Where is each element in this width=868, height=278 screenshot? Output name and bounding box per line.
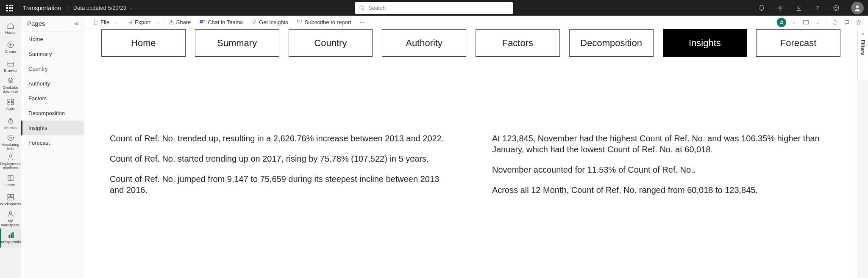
divider: [826, 19, 826, 26]
report-nav-factors[interactable]: Factors: [476, 29, 560, 57]
svg-rect-17: [8, 198, 14, 200]
report-nav-authority[interactable]: Authority: [382, 29, 466, 57]
file-menu[interactable]: File⌄: [89, 16, 122, 29]
insights-text-left: Count of Ref. No. trended up, resulting …: [110, 133, 450, 205]
nav-my-workspace[interactable]: My workspace: [0, 209, 21, 228]
page-item-home[interactable]: Home: [21, 32, 84, 47]
pages-panel: Pages ≪ HomeSummaryCountryAuthorityFacto…: [21, 16, 84, 278]
insights-text-right: At 123,845, November had the highest Cou…: [492, 133, 832, 205]
nav-label: Monitoring hub: [0, 143, 21, 151]
page-item-factors[interactable]: Factors: [21, 91, 84, 106]
share-button[interactable]: Share: [164, 16, 195, 29]
svg-rect-25: [298, 20, 302, 23]
nav-current-report[interactable]: Transportation: [0, 228, 21, 248]
svg-point-18: [9, 212, 12, 214]
nav-apps[interactable]: Apps: [0, 95, 21, 114]
get-insights-button[interactable]: Get insights: [247, 16, 292, 29]
nav-label: My workspace: [0, 219, 21, 228]
search-icon: [359, 5, 365, 11]
file-label: File: [100, 19, 109, 25]
svg-rect-20: [11, 234, 11, 238]
ellipsis-icon: ···: [360, 19, 364, 25]
report-nav-insights[interactable]: Insights: [663, 29, 747, 57]
favorite-icon[interactable]: [854, 17, 864, 28]
refresh-icon[interactable]: [830, 17, 840, 28]
report-nav-home[interactable]: Home: [101, 29, 186, 57]
subscribe-button[interactable]: Subscribe to report: [292, 16, 356, 29]
page-item-decomposition[interactable]: Decomposition: [21, 106, 84, 121]
feedback-icon[interactable]: [832, 4, 840, 12]
nav-label: Learn: [6, 183, 15, 187]
page-item-insights[interactable]: Insights: [21, 121, 84, 135]
report-name[interactable]: Transportation: [23, 5, 61, 11]
nav-label: Browse: [4, 69, 17, 73]
nav-create[interactable]: Create: [0, 38, 21, 57]
nav-label: Home: [5, 31, 15, 35]
account-avatar[interactable]: [851, 2, 864, 14]
help-icon[interactable]: [814, 4, 821, 12]
more-options[interactable]: ···: [356, 16, 369, 29]
search-box[interactable]: [355, 2, 513, 14]
nav-learn[interactable]: Learn: [0, 171, 21, 190]
export-menu[interactable]: Export⌄: [122, 16, 164, 29]
nav-label: Transportation: [0, 240, 23, 245]
svg-point-1: [834, 6, 839, 11]
bookmark-chevron-icon[interactable]: ⌄: [789, 17, 799, 28]
page-item-authority[interactable]: Authority: [21, 76, 84, 91]
view-chevron-icon[interactable]: ⌄: [812, 17, 823, 28]
share-label: Share: [176, 19, 191, 25]
settings-icon[interactable]: [776, 4, 784, 12]
nav-monitoring[interactable]: Monitoring hub: [0, 133, 21, 152]
divider: [67, 5, 67, 11]
export-label: Export: [135, 19, 151, 25]
view-mode-icon[interactable]: [801, 17, 811, 28]
nav-label: Apps: [6, 107, 15, 111]
app-launcher-icon[interactable]: [4, 3, 15, 14]
nav-deployment[interactable]: Deployment pipelines: [0, 152, 21, 171]
waffle-icon: [6, 5, 13, 11]
chevron-down-icon[interactable]: ⌄: [130, 6, 133, 10]
teams-icon: T: [199, 19, 206, 26]
nav-workspaces[interactable]: Workspaces: [0, 190, 21, 209]
comment-icon[interactable]: [842, 17, 852, 28]
page-item-country[interactable]: Country: [21, 61, 84, 76]
report-nav-summary[interactable]: Summary: [195, 29, 279, 57]
insight-paragraph: November accounted for 11.53% of Count o…: [492, 164, 832, 175]
page-item-summary[interactable]: Summary: [21, 47, 84, 61]
download-icon[interactable]: [795, 4, 803, 12]
nav-metrics[interactable]: Metrics: [0, 114, 21, 133]
nav-onelake[interactable]: OneLake data hub: [0, 76, 21, 95]
svg-rect-8: [11, 99, 13, 101]
filters-pane-toggle[interactable]: « Filters: [857, 29, 868, 80]
svg-rect-26: [803, 20, 808, 24]
reset-button[interactable]: [777, 18, 786, 27]
svg-text:T: T: [200, 20, 202, 23]
report-nav-decomposition[interactable]: Decomposition: [569, 29, 654, 57]
svg-rect-16: [11, 194, 13, 197]
insight-paragraph: Count of Ref. No. started trending up on…: [110, 153, 450, 164]
report-nav-country[interactable]: Country: [289, 29, 373, 57]
page-item-forecast[interactable]: Forecast: [21, 135, 84, 150]
svg-point-2: [835, 7, 835, 8]
svg-point-24: [203, 20, 205, 22]
report-canvas: HomeSummaryCountryAuthorityFactorsDecomp…: [84, 29, 857, 278]
report-nav-forecast[interactable]: Forecast: [756, 29, 840, 57]
insight-paragraph: Across all 12 Month, Count of Ref. No. r…: [492, 184, 832, 195]
data-updated-label[interactable]: Data updated 5/20/23: [73, 5, 126, 11]
nav-home[interactable]: Home: [0, 19, 21, 38]
svg-point-13: [8, 135, 14, 141]
svg-point-0: [779, 7, 781, 9]
notifications-icon[interactable]: [758, 4, 765, 12]
svg-rect-10: [11, 103, 13, 105]
nav-browse[interactable]: Browse: [0, 57, 21, 76]
search-input[interactable]: [368, 5, 509, 11]
chat-teams-button[interactable]: TChat in Teams: [195, 16, 247, 29]
svg-rect-9: [8, 103, 10, 105]
collapse-pages-icon[interactable]: ≪: [74, 21, 78, 27]
mail-icon: [297, 19, 303, 26]
insight-paragraph: Count of Ref. No. trended up, resulting …: [110, 133, 450, 144]
svg-rect-6: [8, 62, 14, 66]
nav-label: Workspaces: [0, 202, 21, 206]
insight-paragraph: At 123,845, November had the highest Cou…: [492, 133, 832, 155]
svg-point-4: [856, 6, 859, 8]
